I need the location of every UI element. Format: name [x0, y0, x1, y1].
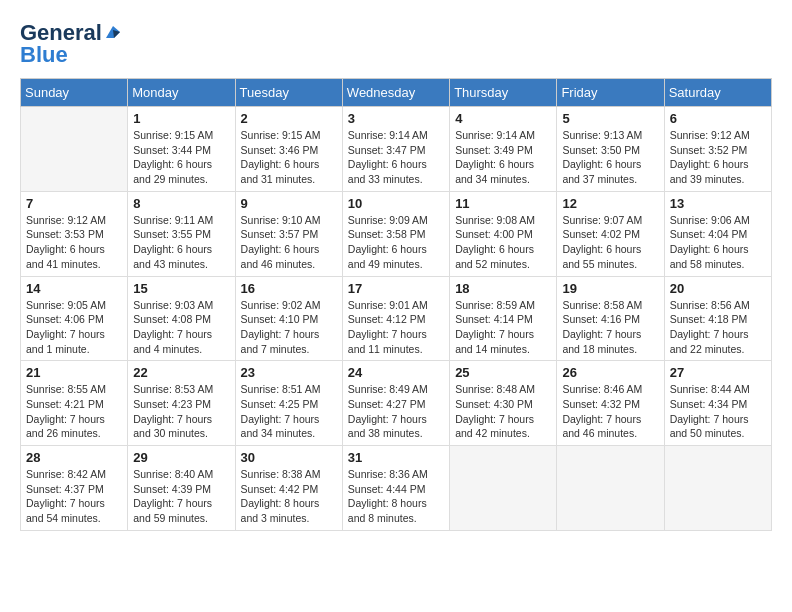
- day-info: Sunrise: 9:05 AM Sunset: 4:06 PM Dayligh…: [26, 298, 122, 357]
- calendar-cell: 10Sunrise: 9:09 AM Sunset: 3:58 PM Dayli…: [342, 191, 449, 276]
- day-info: Sunrise: 8:44 AM Sunset: 4:34 PM Dayligh…: [670, 382, 766, 441]
- day-info: Sunrise: 8:59 AM Sunset: 4:14 PM Dayligh…: [455, 298, 551, 357]
- day-info: Sunrise: 9:09 AM Sunset: 3:58 PM Dayligh…: [348, 213, 444, 272]
- day-info: Sunrise: 9:12 AM Sunset: 3:52 PM Dayligh…: [670, 128, 766, 187]
- day-number: 16: [241, 281, 337, 296]
- header-monday: Monday: [128, 79, 235, 107]
- calendar-cell: 21Sunrise: 8:55 AM Sunset: 4:21 PM Dayli…: [21, 361, 128, 446]
- header-wednesday: Wednesday: [342, 79, 449, 107]
- header-sunday: Sunday: [21, 79, 128, 107]
- day-info: Sunrise: 9:14 AM Sunset: 3:47 PM Dayligh…: [348, 128, 444, 187]
- calendar-cell: 4Sunrise: 9:14 AM Sunset: 3:49 PM Daylig…: [450, 107, 557, 192]
- calendar-cell: [450, 446, 557, 531]
- day-number: 10: [348, 196, 444, 211]
- calendar-cell: 22Sunrise: 8:53 AM Sunset: 4:23 PM Dayli…: [128, 361, 235, 446]
- calendar-cell: 9Sunrise: 9:10 AM Sunset: 3:57 PM Daylig…: [235, 191, 342, 276]
- page-header: General Blue: [20, 20, 772, 68]
- day-number: 17: [348, 281, 444, 296]
- day-info: Sunrise: 8:46 AM Sunset: 4:32 PM Dayligh…: [562, 382, 658, 441]
- calendar-header-row: SundayMondayTuesdayWednesdayThursdayFrid…: [21, 79, 772, 107]
- day-info: Sunrise: 9:15 AM Sunset: 3:44 PM Dayligh…: [133, 128, 229, 187]
- day-info: Sunrise: 8:53 AM Sunset: 4:23 PM Dayligh…: [133, 382, 229, 441]
- day-info: Sunrise: 8:55 AM Sunset: 4:21 PM Dayligh…: [26, 382, 122, 441]
- calendar-cell: 18Sunrise: 8:59 AM Sunset: 4:14 PM Dayli…: [450, 276, 557, 361]
- day-info: Sunrise: 8:40 AM Sunset: 4:39 PM Dayligh…: [133, 467, 229, 526]
- day-number: 30: [241, 450, 337, 465]
- day-info: Sunrise: 9:08 AM Sunset: 4:00 PM Dayligh…: [455, 213, 551, 272]
- calendar-cell: [557, 446, 664, 531]
- calendar-cell: 19Sunrise: 8:58 AM Sunset: 4:16 PM Dayli…: [557, 276, 664, 361]
- calendar-cell: 1Sunrise: 9:15 AM Sunset: 3:44 PM Daylig…: [128, 107, 235, 192]
- day-info: Sunrise: 8:36 AM Sunset: 4:44 PM Dayligh…: [348, 467, 444, 526]
- day-number: 26: [562, 365, 658, 380]
- day-number: 7: [26, 196, 122, 211]
- day-info: Sunrise: 8:42 AM Sunset: 4:37 PM Dayligh…: [26, 467, 122, 526]
- calendar-cell: 28Sunrise: 8:42 AM Sunset: 4:37 PM Dayli…: [21, 446, 128, 531]
- calendar-cell: 5Sunrise: 9:13 AM Sunset: 3:50 PM Daylig…: [557, 107, 664, 192]
- calendar-cell: 13Sunrise: 9:06 AM Sunset: 4:04 PM Dayli…: [664, 191, 771, 276]
- calendar-cell: 11Sunrise: 9:08 AM Sunset: 4:00 PM Dayli…: [450, 191, 557, 276]
- calendar-cell: 16Sunrise: 9:02 AM Sunset: 4:10 PM Dayli…: [235, 276, 342, 361]
- calendar-cell: 6Sunrise: 9:12 AM Sunset: 3:52 PM Daylig…: [664, 107, 771, 192]
- day-info: Sunrise: 9:15 AM Sunset: 3:46 PM Dayligh…: [241, 128, 337, 187]
- calendar-cell: 15Sunrise: 9:03 AM Sunset: 4:08 PM Dayli…: [128, 276, 235, 361]
- day-number: 6: [670, 111, 766, 126]
- day-info: Sunrise: 9:03 AM Sunset: 4:08 PM Dayligh…: [133, 298, 229, 357]
- day-number: 14: [26, 281, 122, 296]
- day-info: Sunrise: 9:07 AM Sunset: 4:02 PM Dayligh…: [562, 213, 658, 272]
- day-number: 19: [562, 281, 658, 296]
- calendar-cell: [664, 446, 771, 531]
- day-info: Sunrise: 9:01 AM Sunset: 4:12 PM Dayligh…: [348, 298, 444, 357]
- calendar-cell: 14Sunrise: 9:05 AM Sunset: 4:06 PM Dayli…: [21, 276, 128, 361]
- day-number: 18: [455, 281, 551, 296]
- calendar-cell: [21, 107, 128, 192]
- day-number: 31: [348, 450, 444, 465]
- calendar-cell: 26Sunrise: 8:46 AM Sunset: 4:32 PM Dayli…: [557, 361, 664, 446]
- calendar-cell: 29Sunrise: 8:40 AM Sunset: 4:39 PM Dayli…: [128, 446, 235, 531]
- day-info: Sunrise: 8:38 AM Sunset: 4:42 PM Dayligh…: [241, 467, 337, 526]
- header-tuesday: Tuesday: [235, 79, 342, 107]
- day-info: Sunrise: 9:14 AM Sunset: 3:49 PM Dayligh…: [455, 128, 551, 187]
- header-friday: Friday: [557, 79, 664, 107]
- day-info: Sunrise: 9:13 AM Sunset: 3:50 PM Dayligh…: [562, 128, 658, 187]
- day-info: Sunrise: 9:06 AM Sunset: 4:04 PM Dayligh…: [670, 213, 766, 272]
- calendar-week-1: 1Sunrise: 9:15 AM Sunset: 3:44 PM Daylig…: [21, 107, 772, 192]
- logo-blue: Blue: [20, 42, 68, 68]
- day-number: 21: [26, 365, 122, 380]
- day-number: 22: [133, 365, 229, 380]
- logo: General Blue: [20, 20, 122, 68]
- calendar-cell: 30Sunrise: 8:38 AM Sunset: 4:42 PM Dayli…: [235, 446, 342, 531]
- day-number: 4: [455, 111, 551, 126]
- day-number: 15: [133, 281, 229, 296]
- day-info: Sunrise: 8:56 AM Sunset: 4:18 PM Dayligh…: [670, 298, 766, 357]
- day-info: Sunrise: 8:48 AM Sunset: 4:30 PM Dayligh…: [455, 382, 551, 441]
- day-number: 29: [133, 450, 229, 465]
- calendar-cell: 31Sunrise: 8:36 AM Sunset: 4:44 PM Dayli…: [342, 446, 449, 531]
- calendar-cell: 3Sunrise: 9:14 AM Sunset: 3:47 PM Daylig…: [342, 107, 449, 192]
- calendar-cell: 8Sunrise: 9:11 AM Sunset: 3:55 PM Daylig…: [128, 191, 235, 276]
- header-saturday: Saturday: [664, 79, 771, 107]
- calendar-cell: 7Sunrise: 9:12 AM Sunset: 3:53 PM Daylig…: [21, 191, 128, 276]
- calendar-cell: 2Sunrise: 9:15 AM Sunset: 3:46 PM Daylig…: [235, 107, 342, 192]
- day-info: Sunrise: 9:10 AM Sunset: 3:57 PM Dayligh…: [241, 213, 337, 272]
- calendar-cell: 17Sunrise: 9:01 AM Sunset: 4:12 PM Dayli…: [342, 276, 449, 361]
- day-number: 9: [241, 196, 337, 211]
- day-number: 1: [133, 111, 229, 126]
- calendar-cell: 27Sunrise: 8:44 AM Sunset: 4:34 PM Dayli…: [664, 361, 771, 446]
- day-number: 3: [348, 111, 444, 126]
- day-info: Sunrise: 8:51 AM Sunset: 4:25 PM Dayligh…: [241, 382, 337, 441]
- calendar-cell: 24Sunrise: 8:49 AM Sunset: 4:27 PM Dayli…: [342, 361, 449, 446]
- day-number: 28: [26, 450, 122, 465]
- header-thursday: Thursday: [450, 79, 557, 107]
- day-info: Sunrise: 8:49 AM Sunset: 4:27 PM Dayligh…: [348, 382, 444, 441]
- calendar-cell: 12Sunrise: 9:07 AM Sunset: 4:02 PM Dayli…: [557, 191, 664, 276]
- calendar-week-3: 14Sunrise: 9:05 AM Sunset: 4:06 PM Dayli…: [21, 276, 772, 361]
- calendar-cell: 20Sunrise: 8:56 AM Sunset: 4:18 PM Dayli…: [664, 276, 771, 361]
- calendar-cell: 25Sunrise: 8:48 AM Sunset: 4:30 PM Dayli…: [450, 361, 557, 446]
- day-info: Sunrise: 9:02 AM Sunset: 4:10 PM Dayligh…: [241, 298, 337, 357]
- day-info: Sunrise: 9:12 AM Sunset: 3:53 PM Dayligh…: [26, 213, 122, 272]
- day-number: 13: [670, 196, 766, 211]
- calendar-cell: 23Sunrise: 8:51 AM Sunset: 4:25 PM Dayli…: [235, 361, 342, 446]
- day-number: 12: [562, 196, 658, 211]
- day-number: 23: [241, 365, 337, 380]
